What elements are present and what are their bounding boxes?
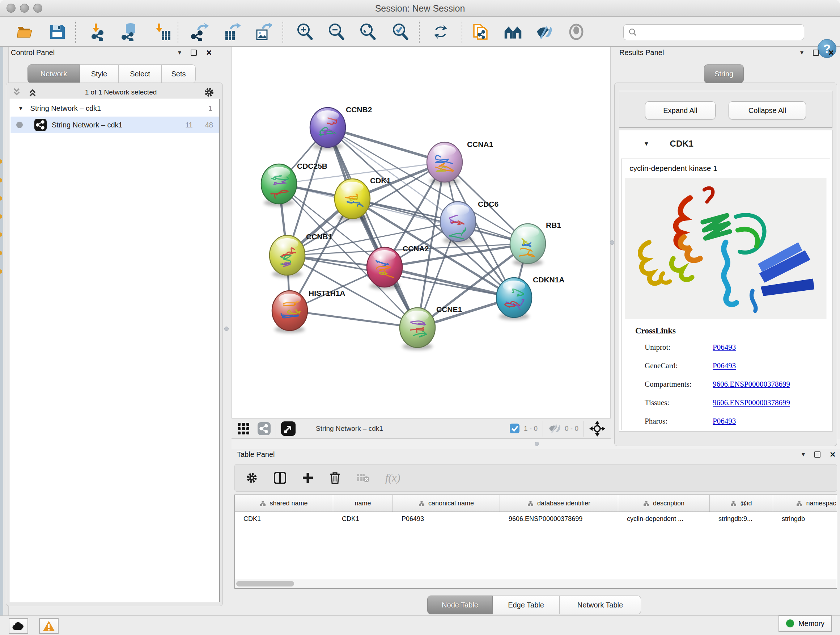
hide-selected-icon[interactable] — [535, 22, 554, 41]
table-column-header[interactable]: name — [333, 495, 393, 511]
add-column-icon[interactable] — [302, 472, 314, 484]
zoom-selected-icon[interactable] — [391, 22, 410, 41]
network-edge[interactable] — [290, 310, 417, 328]
tab-network-table[interactable]: Network Table — [560, 595, 641, 614]
network-node[interactable] — [272, 291, 308, 333]
network-node[interactable] — [261, 164, 297, 206]
panel-menu-icon[interactable]: ▾ — [800, 49, 804, 57]
tab-select[interactable]: Select — [118, 65, 162, 83]
table-cell[interactable]: CDK1 — [333, 515, 393, 523]
duplicate-network-icon[interactable] — [471, 22, 490, 41]
zoom-out-icon[interactable] — [327, 22, 346, 41]
birdseye-view-icon[interactable] — [281, 421, 295, 436]
network-node[interactable] — [270, 235, 305, 278]
left-splitter-grip[interactable] — [224, 326, 229, 331]
network-node[interactable] — [400, 308, 435, 350]
table-cell[interactable]: stringdb — [773, 515, 837, 523]
delete-column-icon[interactable] — [330, 472, 340, 484]
table-column-header[interactable]: canonical name — [393, 495, 500, 511]
table-cell[interactable]: P06493 — [393, 515, 500, 523]
cloud-icon — [12, 621, 25, 631]
show-columns-icon[interactable] — [274, 472, 286, 484]
network-collection-row[interactable]: ▾ String Network – cdk1 1 — [11, 100, 219, 117]
entry-collapse-icon[interactable]: ▾ — [645, 139, 648, 148]
tab-string-results[interactable]: String — [704, 65, 744, 83]
expand-all-chevrons-icon[interactable] — [27, 87, 38, 97]
network-view-icon[interactable] — [257, 422, 271, 435]
refresh-layout-icon[interactable] — [431, 22, 450, 41]
pan-crosshair-icon[interactable] — [589, 420, 606, 437]
crosslink-value-link[interactable]: P06493 — [713, 361, 826, 371]
crosslink-value-link[interactable]: P06493 — [713, 343, 826, 352]
collapse-all-chevrons-icon[interactable] — [11, 87, 22, 97]
scrollbar-handle[interactable] — [236, 581, 294, 586]
panel-close-icon[interactable]: × — [829, 50, 834, 56]
panel-float-icon[interactable] — [191, 50, 197, 56]
crosslink-value-link[interactable]: 9606.ENSP00000378699 — [713, 380, 826, 389]
table-column-header[interactable]: description — [618, 495, 710, 511]
panel-menu-icon[interactable]: ▾ — [802, 450, 805, 458]
zoom-in-icon[interactable] — [295, 22, 314, 41]
network-row-selected[interactable]: String Network – cdk1 11 48 — [11, 117, 219, 133]
column-type-icon — [643, 500, 649, 507]
network-node[interactable] — [427, 142, 462, 185]
network-node[interactable] — [310, 108, 346, 150]
memory-button[interactable]: Memory — [778, 615, 832, 632]
network-node[interactable] — [510, 224, 546, 266]
table-horizontal-scrollbar[interactable] — [235, 579, 837, 588]
expand-all-button[interactable]: Expand All — [645, 101, 715, 119]
table-options-gear-icon[interactable] — [246, 472, 258, 484]
table-cell[interactable]: cyclin-dependent ... — [618, 515, 710, 523]
warnings-button[interactable] — [39, 618, 58, 634]
table-cell[interactable]: CDK1 — [235, 515, 333, 523]
memory-status-icon — [786, 619, 794, 627]
result-entry-header[interactable]: ▾ CDK1 — [619, 130, 832, 157]
network-view-toolbar: String Network – cdk1 1 - 0 0 - 0 — [232, 418, 611, 439]
panel-close-icon[interactable]: × — [206, 50, 212, 56]
crosslinks-title: CrossLinks — [635, 326, 676, 336]
export-table-icon[interactable] — [222, 22, 241, 41]
network-edge[interactable] — [328, 127, 417, 328]
zoom-fit-icon[interactable] — [358, 22, 377, 41]
network-node[interactable] — [335, 179, 370, 221]
tab-edge-table[interactable]: Edge Table — [493, 595, 560, 614]
grid-view-icon[interactable] — [237, 423, 249, 435]
panel-float-icon[interactable] — [814, 451, 821, 458]
tree-options-gear-icon[interactable] — [204, 87, 215, 98]
network-canvas[interactable]: CCNB2CCNA1CDC25BCDK1CDC6RB1CCNB1CCNA2CDK… — [232, 47, 611, 418]
cloud-button[interactable] — [9, 618, 28, 634]
open-session-icon[interactable] — [15, 22, 34, 41]
network-graph[interactable]: CCNB2CCNA1CDC25BCDK1CDC6RB1CCNB1CCNA2CDK… — [232, 47, 611, 418]
crosslink-value-link[interactable]: 9606.ENSP00000378699 — [713, 398, 826, 407]
import-network-icon[interactable] — [88, 22, 107, 41]
search-input[interactable] — [638, 28, 797, 36]
crosslink-value-link[interactable]: P06493 — [713, 417, 826, 426]
tab-node-table[interactable]: Node Table — [427, 595, 493, 614]
tree-expand-icon[interactable]: ▾ — [19, 105, 22, 112]
table-row[interactable]: CDK1CDK1P064939606.ENSP00000378699cyclin… — [235, 512, 837, 525]
tab-sets[interactable]: Sets — [162, 65, 196, 83]
table-cell[interactable]: 9606.ENSP00000378699 — [500, 515, 618, 523]
tab-network[interactable]: Network — [27, 65, 80, 83]
search-box[interactable] — [623, 24, 804, 40]
import-database-icon[interactable] — [120, 22, 139, 41]
table-column-header[interactable]: database identifier — [500, 495, 618, 511]
table-column-header[interactable]: shared name — [235, 495, 333, 511]
tab-style[interactable]: Style — [80, 65, 118, 83]
save-session-icon[interactable] — [48, 22, 66, 41]
panel-menu-icon[interactable]: ▾ — [178, 49, 181, 57]
export-image-icon[interactable] — [254, 22, 272, 41]
first-neighbors-icon[interactable] — [504, 22, 523, 41]
network-node[interactable] — [496, 278, 532, 320]
export-network-icon[interactable] — [190, 22, 209, 41]
panel-close-icon[interactable]: × — [830, 451, 835, 458]
table-column-header[interactable]: namespac — [773, 495, 837, 511]
panel-float-icon[interactable] — [813, 50, 819, 56]
show-all-icon[interactable] — [567, 22, 586, 41]
horizontal-splitter-grip[interactable] — [535, 442, 539, 446]
table-cell[interactable]: stringdb:9... — [710, 515, 773, 523]
table-column-header[interactable]: @id — [710, 495, 773, 511]
collapse-all-button[interactable]: Collapse All — [729, 101, 806, 119]
import-table-icon[interactable] — [153, 22, 172, 41]
selected-checkbox-icon[interactable] — [510, 424, 519, 433]
